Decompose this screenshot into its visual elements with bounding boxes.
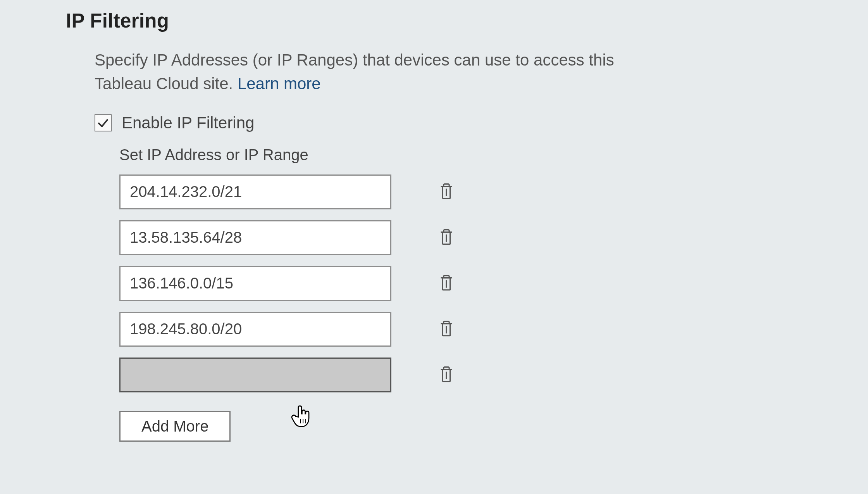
add-more-button[interactable]: Add More: [119, 411, 231, 442]
ip-address-input[interactable]: [119, 174, 391, 209]
description-text: Specify IP Addresses (or IP Ranges) that…: [95, 51, 614, 93]
delete-ip-button[interactable]: [438, 182, 455, 202]
ip-row: [119, 266, 802, 301]
delete-ip-button[interactable]: [438, 365, 455, 385]
learn-more-link[interactable]: Learn more: [238, 74, 321, 93]
trash-icon: [439, 274, 454, 293]
ip-range-sublabel: Set IP Address or IP Range: [119, 146, 802, 164]
trash-icon: [439, 320, 454, 339]
ip-row: [119, 312, 802, 347]
enable-ip-filtering-label: Enable IP Filtering: [122, 114, 254, 132]
ip-row: [119, 220, 802, 255]
ip-rows-container: [119, 174, 802, 392]
delete-ip-button[interactable]: [438, 273, 455, 294]
trash-icon: [439, 183, 454, 201]
trash-icon: [439, 366, 454, 384]
ip-address-input[interactable]: [119, 358, 391, 392]
section-title: IP Filtering: [66, 9, 802, 32]
enable-ip-filtering-checkbox[interactable]: [95, 114, 112, 131]
ip-row: [119, 358, 802, 392]
ip-address-input[interactable]: [119, 312, 391, 347]
ip-row: [119, 174, 802, 209]
trash-icon: [439, 228, 454, 247]
delete-ip-button[interactable]: [438, 319, 455, 339]
section-description: Specify IP Addresses (or IP Ranges) that…: [95, 48, 668, 96]
delete-ip-button[interactable]: [438, 228, 455, 248]
check-icon: [97, 117, 109, 129]
ip-address-input[interactable]: [119, 266, 391, 301]
ip-address-input[interactable]: [119, 220, 391, 255]
enable-ip-filtering-row[interactable]: Enable IP Filtering: [95, 114, 802, 132]
